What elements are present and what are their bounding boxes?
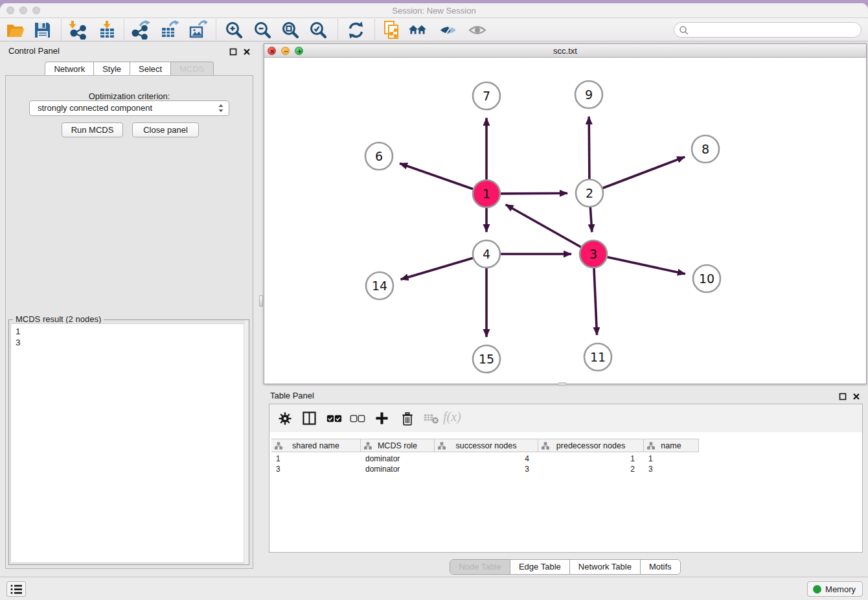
window-title: Session: New Session <box>0 3 868 18</box>
import-table-icon[interactable] <box>97 20 117 40</box>
graph-edge[interactable] <box>501 193 567 194</box>
svg-text:2: 2 <box>586 186 593 200</box>
table-cell[interactable]: 3 <box>644 464 699 474</box>
column-header-predecessor-nodes[interactable]: predecessor nodes <box>538 439 644 452</box>
run-mcds-button[interactable]: Run MCDS <box>62 122 123 137</box>
delete-icon[interactable] <box>400 411 415 426</box>
control-panel-title: Control Panel <box>8 46 60 56</box>
table-cell[interactable]: 1 <box>538 454 644 464</box>
tab-network-table[interactable]: Network Table <box>569 560 640 574</box>
zoom-in-icon[interactable] <box>224 20 244 40</box>
table-float-panel-icon[interactable] <box>839 391 847 399</box>
column-header-successor-nodes[interactable]: successor nodes <box>435 439 538 452</box>
save-session-icon[interactable] <box>32 20 52 40</box>
mcds-result-list[interactable]: 13 <box>10 323 247 563</box>
hide-selected-icon[interactable] <box>439 20 458 40</box>
graph-node[interactable]: 9 <box>575 81 602 108</box>
graph-edge[interactable] <box>603 157 685 188</box>
graph-node[interactable]: 11 <box>584 343 611 371</box>
table-cell[interactable]: 3 <box>435 464 538 474</box>
table-cell[interactable]: 3 <box>271 464 361 474</box>
export-network-icon[interactable] <box>131 20 150 40</box>
graph-edge[interactable] <box>590 207 591 232</box>
close-panel-button[interactable]: Close panel <box>132 122 199 137</box>
criterion-dropdown[interactable]: strongly connected component <box>29 100 229 116</box>
graph-node[interactable]: 8 <box>692 135 719 163</box>
graph-node[interactable]: 4 <box>473 240 500 268</box>
delete-table-icon[interactable] <box>424 412 439 425</box>
svg-text:3: 3 <box>589 247 597 261</box>
tab-node-table[interactable]: Node Table <box>450 560 510 574</box>
graph-node[interactable]: 3 <box>580 240 607 268</box>
export-table-icon[interactable] <box>159 20 179 40</box>
graph-edge[interactable] <box>401 258 473 279</box>
float-panel-icon[interactable] <box>229 47 237 54</box>
tab-style[interactable]: Style <box>93 62 130 76</box>
table-row[interactable]: 1dominator411 <box>271 454 699 464</box>
table-cell[interactable]: dominator <box>361 464 435 474</box>
select-all-icon[interactable] <box>326 413 342 424</box>
network-window-title: scc.txt <box>264 44 866 58</box>
open-session-icon[interactable] <box>5 20 25 40</box>
memory-button[interactable]: Memory <box>807 581 863 597</box>
columns-icon[interactable] <box>302 411 317 426</box>
column-header-name[interactable]: name <box>644 439 699 452</box>
add-icon[interactable] <box>374 411 389 426</box>
graph-node[interactable]: 14 <box>366 272 393 299</box>
tab-select[interactable]: Select <box>130 62 171 76</box>
table-cell[interactable]: 1 <box>644 454 699 464</box>
search-icon <box>679 25 689 36</box>
table-cell[interactable]: 4 <box>435 454 538 464</box>
column-header-shared-name[interactable]: shared name <box>271 439 361 452</box>
graph-edge[interactable] <box>506 205 581 248</box>
zoom-selected-icon[interactable] <box>308 20 328 40</box>
export-image-icon[interactable] <box>188 20 207 40</box>
svg-text:7: 7 <box>483 89 490 103</box>
graph-node[interactable]: 10 <box>693 265 720 292</box>
task-history-button[interactable] <box>6 581 26 597</box>
tab-motifs[interactable]: Motifs <box>640 560 680 574</box>
tab-network[interactable]: Network <box>45 62 94 76</box>
mcds-panel: Optimization criterion: strongly connect… <box>5 75 253 569</box>
network-canvas[interactable]: 1234678910111415 <box>264 58 866 384</box>
graph-node[interactable]: 1 <box>473 180 500 207</box>
graph-node[interactable]: 15 <box>473 345 500 373</box>
gear-icon[interactable] <box>278 411 292 426</box>
result-scrollbar[interactable] <box>244 320 249 564</box>
show-all-icon[interactable] <box>468 20 487 40</box>
column-header-MCDS-role[interactable]: MCDS role <box>361 439 435 452</box>
tab-edge-table[interactable]: Edge Table <box>510 560 569 574</box>
function-builder-icon[interactable]: f(x) <box>443 410 461 424</box>
table-close-panel-icon[interactable] <box>852 391 860 399</box>
table-cell[interactable]: dominator <box>361 454 435 464</box>
import-network-icon[interactable] <box>67 20 87 40</box>
network-window-titlebar[interactable]: scc.txt <box>264 44 866 58</box>
mcds-result-title: MCDS result (2 nodes) <box>13 314 104 324</box>
svg-text:6: 6 <box>375 149 383 163</box>
table-panel-title: Table Panel <box>270 391 314 400</box>
zoom-fit-icon[interactable] <box>280 20 300 40</box>
tab-mcds[interactable]: MCDS <box>170 62 213 76</box>
result-item: 3 <box>11 337 247 348</box>
graph-node[interactable]: 7 <box>473 82 500 110</box>
zoom-out-icon[interactable] <box>253 20 272 40</box>
graph-edge[interactable] <box>608 257 685 274</box>
graph-edge[interactable] <box>589 117 589 179</box>
svg-text:14: 14 <box>372 279 387 293</box>
dropdown-stepper-icon <box>218 103 224 113</box>
divider-handle[interactable] <box>259 295 263 306</box>
table-cell[interactable]: 2 <box>538 464 644 474</box>
first-neighbors-icon[interactable] <box>408 20 428 40</box>
graph-node[interactable]: 6 <box>365 143 393 170</box>
create-network-from-selection-icon[interactable] <box>382 20 402 40</box>
graph-edge[interactable] <box>400 163 473 189</box>
deselect-all-icon[interactable] <box>350 413 365 424</box>
close-panel-icon[interactable] <box>243 47 251 54</box>
network-view-window: scc.txt 1234678910111415 <box>264 43 867 384</box>
graph-edge[interactable] <box>594 268 597 335</box>
table-row[interactable]: 3dominator323 <box>271 464 699 474</box>
apply-layout-icon[interactable] <box>346 20 365 40</box>
table-cell[interactable]: 1 <box>271 454 361 464</box>
graph-node[interactable]: 2 <box>576 179 603 207</box>
search-input[interactable] <box>674 22 862 38</box>
